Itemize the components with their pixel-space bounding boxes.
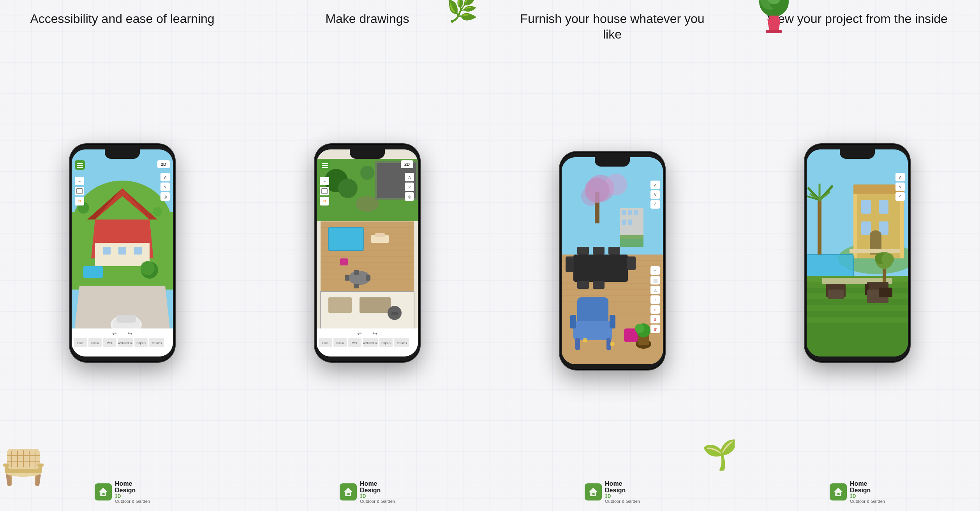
svg-rect-99 [375,233,385,237]
svg-rect-172 [573,255,628,282]
logo-2: 3D Home Design 3D Outdoor & Garden [340,476,395,511]
panel-1: Accessibility and ease of learning [0,0,245,511]
svg-text:Objects: Objects [136,342,146,345]
logo-icon-1: 3D [95,483,112,500]
svg-text:∧: ∧ [899,174,902,180]
svg-text:Textures: Textures [397,342,407,344]
svg-text:Architecture: Architecture [118,342,132,344]
svg-rect-230 [861,221,871,235]
svg-text:∨: ∨ [164,184,167,190]
svg-text:↻: ↻ [78,199,81,203]
logo-3d-text-4: 3D [850,494,885,499]
svg-text:↪: ↪ [373,330,377,337]
svg-rect-158 [622,220,626,225]
phone-4-notch [840,149,875,159]
wicker-chair-decoration [0,437,47,488]
svg-text:↻: ↻ [323,199,326,203]
svg-text:∨: ∨ [408,184,411,190]
logo-icon-3: 3D [585,483,602,500]
svg-rect-175 [627,256,636,270]
svg-rect-228 [861,200,871,214]
logo-design-text-2: Design [360,487,395,494]
svg-rect-35 [116,315,136,323]
panel-1-title: Accessibility and ease of learning [14,0,230,30]
svg-point-81 [360,166,374,180]
svg-rect-27 [134,247,142,255]
plant-decoration-2: 🌿 [446,0,478,24]
logo-1: 3D Home Design 3D Outdoor & Garden [95,476,150,511]
svg-rect-220 [769,16,779,19]
svg-text:⤢: ⤢ [654,202,657,205]
svg-rect-103 [345,275,349,281]
phone-2-screen: 2D ∧ ∨ ◎ ⌁ ↻ ↩ [317,149,418,356]
svg-text:3D: 3D [102,493,105,495]
svg-rect-183 [575,338,580,350]
svg-text:Wall: Wall [352,342,358,344]
svg-text:🗑: 🗑 [654,327,657,331]
svg-text:Land: Land [322,342,328,344]
svg-rect-254 [879,288,892,297]
svg-rect-247 [807,293,908,299]
svg-marker-221 [767,19,781,31]
svg-rect-101 [354,270,359,275]
svg-text:3D: 3D [347,493,350,495]
svg-text:⊗: ⊗ [654,318,657,321]
svg-rect-174 [566,258,574,272]
svg-rect-182 [573,321,612,340]
svg-text:✂: ✂ [654,269,657,273]
phone-3-container: ∧ ∨ ⤢ ✂ ⬜ △ ↕ ↩ ⊗ [560,46,665,476]
svg-text:2D: 2D [161,162,166,167]
svg-point-192 [583,338,587,342]
phone-2: 2D ∧ ∨ ◎ ⌁ ↻ ↩ [315,144,420,362]
logo-design-text-4: Design [850,487,885,494]
logo-main-text-2: Home [360,480,395,487]
pot-decoration-4 [754,0,793,39]
svg-rect-102 [354,284,359,288]
svg-rect-159 [628,220,632,225]
svg-text:∧: ∧ [164,174,167,180]
svg-rect-176 [577,247,589,255]
svg-text:∧: ∧ [408,174,411,180]
svg-rect-108 [328,297,352,313]
svg-text:∨: ∨ [654,192,657,197]
svg-text:⌁: ⌁ [323,179,326,183]
svg-rect-186 [610,315,615,328]
svg-rect-185 [570,315,576,328]
logo-main-text-4: Home [850,480,885,487]
svg-rect-15 [37,464,44,467]
svg-rect-26 [118,247,126,255]
svg-text:↩: ↩ [112,330,117,337]
svg-rect-148 [562,157,663,258]
logo-icon-4: 3D [830,483,847,500]
svg-rect-249 [807,317,908,323]
logo-sub-text-2: Outdoor & Garden [360,499,395,504]
plant-decoration-3: 🌱 [702,438,735,472]
svg-text:⤢: ⤢ [899,194,902,198]
svg-rect-235 [807,255,853,278]
svg-text:↩: ↩ [654,308,657,312]
svg-text:3D: 3D [592,493,595,495]
svg-point-30 [141,261,155,275]
svg-point-260 [881,253,894,265]
svg-rect-28 [83,266,103,278]
logo-main-text-3: Home [605,480,640,487]
phone-3-notch [595,157,630,167]
svg-text:Objects: Objects [381,342,391,345]
svg-rect-178 [608,247,620,255]
svg-text:Architecture: Architecture [363,342,377,344]
svg-rect-155 [622,210,626,215]
logo-sub-text-3: Outdoor & Garden [605,499,640,504]
svg-rect-111 [391,312,398,315]
svg-rect-14 [3,464,9,467]
logo-design-text-3: Design [605,487,640,494]
svg-rect-96 [328,227,363,251]
logo-3d-text-3: 3D [605,494,640,499]
logo-sub-text-1: Outdoor & Garden [115,499,150,504]
svg-text:⬜: ⬜ [653,278,658,283]
svg-text:∨: ∨ [899,184,902,190]
svg-rect-105 [340,258,348,265]
svg-rect-177 [593,247,605,255]
svg-point-193 [610,342,615,346]
phone-4: ∧ ∨ ⤢ [805,144,910,362]
phone-2-container: 2D ∧ ∨ ◎ ⌁ ↻ ↩ [315,30,420,476]
